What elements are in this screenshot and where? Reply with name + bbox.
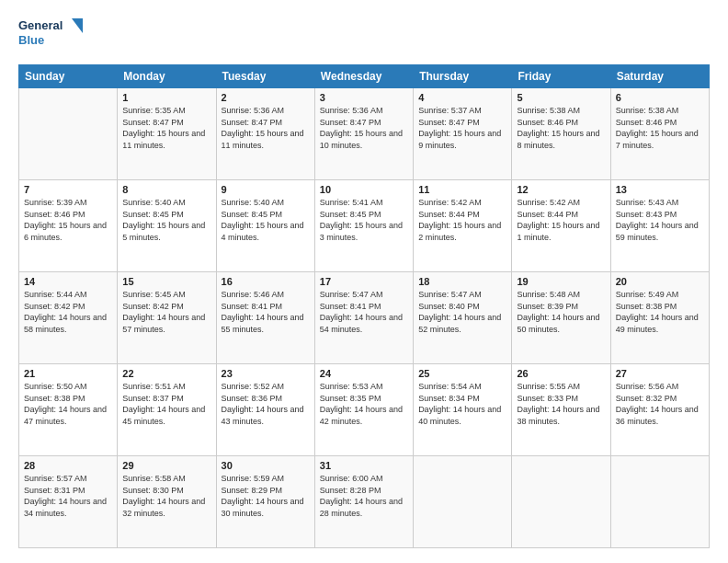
day-info: Sunrise: 5:38 AMSunset: 8:46 PMDaylight:… bbox=[517, 105, 605, 151]
logo: General Blue bbox=[18, 15, 83, 55]
calendar-cell: 22 Sunrise: 5:51 AMSunset: 8:37 PMDaylig… bbox=[118, 364, 216, 456]
calendar-week-3: 14 Sunrise: 5:44 AMSunset: 8:42 PMDaylig… bbox=[19, 272, 710, 364]
day-number: 9 bbox=[222, 184, 310, 195]
day-number: 16 bbox=[222, 276, 310, 287]
calendar-cell: 7 Sunrise: 5:39 AMSunset: 8:46 PMDayligh… bbox=[19, 180, 118, 272]
day-number: 21 bbox=[24, 368, 112, 379]
calendar-cell: 21 Sunrise: 5:50 AMSunset: 8:38 PMDaylig… bbox=[19, 364, 118, 456]
day-info: Sunrise: 5:39 AMSunset: 8:46 PMDaylight:… bbox=[24, 197, 112, 243]
calendar-cell: 25 Sunrise: 5:54 AMSunset: 8:34 PMDaylig… bbox=[414, 364, 512, 456]
days-header-row: SundayMondayTuesdayWednesdayThursdayFrid… bbox=[19, 65, 710, 88]
svg-text:General: General bbox=[18, 18, 63, 32]
day-info: Sunrise: 5:56 AMSunset: 8:32 PMDaylight:… bbox=[616, 381, 704, 427]
day-header-monday: Monday bbox=[118, 65, 216, 88]
day-number: 10 bbox=[320, 184, 408, 195]
day-info: Sunrise: 5:58 AMSunset: 8:30 PMDaylight:… bbox=[122, 473, 210, 519]
day-header-wednesday: Wednesday bbox=[314, 65, 413, 88]
calendar-cell: 3 Sunrise: 5:36 AMSunset: 8:47 PMDayligh… bbox=[314, 88, 413, 180]
header: General Blue bbox=[18, 15, 710, 55]
calendar-cell: 8 Sunrise: 5:40 AMSunset: 8:45 PMDayligh… bbox=[118, 180, 216, 272]
day-number: 24 bbox=[320, 368, 408, 379]
day-info: Sunrise: 5:42 AMSunset: 8:44 PMDaylight:… bbox=[517, 197, 605, 243]
svg-text:Blue: Blue bbox=[18, 33, 44, 47]
day-header-sunday: Sunday bbox=[19, 65, 118, 88]
calendar-week-5: 28 Sunrise: 5:57 AMSunset: 8:31 PMDaylig… bbox=[19, 456, 710, 548]
day-info: Sunrise: 5:57 AMSunset: 8:31 PMDaylight:… bbox=[24, 473, 112, 519]
calendar-page: General Blue SundayMondayTuesdayWednesda… bbox=[0, 0, 728, 563]
day-info: Sunrise: 5:47 AMSunset: 8:40 PMDaylight:… bbox=[418, 289, 506, 335]
day-info: Sunrise: 5:47 AMSunset: 8:41 PMDaylight:… bbox=[320, 289, 408, 335]
calendar-cell: 1 Sunrise: 5:35 AMSunset: 8:47 PMDayligh… bbox=[118, 88, 216, 180]
day-info: Sunrise: 5:54 AMSunset: 8:34 PMDaylight:… bbox=[418, 381, 506, 427]
day-number: 11 bbox=[418, 184, 506, 195]
day-info: Sunrise: 5:42 AMSunset: 8:44 PMDaylight:… bbox=[418, 197, 506, 243]
day-number: 28 bbox=[24, 460, 112, 471]
day-info: Sunrise: 5:50 AMSunset: 8:38 PMDaylight:… bbox=[24, 381, 112, 427]
day-info: Sunrise: 5:49 AMSunset: 8:38 PMDaylight:… bbox=[616, 289, 704, 335]
day-info: Sunrise: 5:37 AMSunset: 8:47 PMDaylight:… bbox=[418, 105, 506, 151]
calendar-cell: 30 Sunrise: 5:59 AMSunset: 8:29 PMDaylig… bbox=[216, 456, 314, 548]
day-number: 13 bbox=[616, 184, 704, 195]
day-number: 25 bbox=[418, 368, 506, 379]
calendar-cell: 15 Sunrise: 5:45 AMSunset: 8:42 PMDaylig… bbox=[118, 272, 216, 364]
calendar-cell: 27 Sunrise: 5:56 AMSunset: 8:32 PMDaylig… bbox=[610, 364, 709, 456]
day-number: 1 bbox=[122, 92, 210, 103]
calendar-cell: 20 Sunrise: 5:49 AMSunset: 8:38 PMDaylig… bbox=[610, 272, 709, 364]
calendar-cell: 29 Sunrise: 5:58 AMSunset: 8:30 PMDaylig… bbox=[118, 456, 216, 548]
day-number: 14 bbox=[24, 276, 112, 287]
day-number: 4 bbox=[418, 92, 506, 103]
day-info: Sunrise: 5:45 AMSunset: 8:42 PMDaylight:… bbox=[122, 289, 210, 335]
day-number: 15 bbox=[122, 276, 210, 287]
day-number: 22 bbox=[122, 368, 210, 379]
day-number: 7 bbox=[24, 184, 112, 195]
day-info: Sunrise: 5:48 AMSunset: 8:39 PMDaylight:… bbox=[517, 289, 605, 335]
calendar-week-2: 7 Sunrise: 5:39 AMSunset: 8:46 PMDayligh… bbox=[19, 180, 710, 272]
day-number: 18 bbox=[418, 276, 506, 287]
day-info: Sunrise: 5:36 AMSunset: 8:47 PMDaylight:… bbox=[222, 105, 310, 151]
calendar-cell: 26 Sunrise: 5:55 AMSunset: 8:33 PMDaylig… bbox=[512, 364, 610, 456]
day-info: Sunrise: 5:53 AMSunset: 8:35 PMDaylight:… bbox=[320, 381, 408, 427]
calendar-cell: 9 Sunrise: 5:40 AMSunset: 8:45 PMDayligh… bbox=[216, 180, 314, 272]
calendar-cell bbox=[610, 456, 709, 548]
calendar-cell bbox=[512, 456, 610, 548]
day-info: Sunrise: 5:40 AMSunset: 8:45 PMDaylight:… bbox=[122, 197, 210, 243]
calendar-cell bbox=[414, 456, 512, 548]
svg-marker-2 bbox=[72, 18, 83, 33]
day-number: 8 bbox=[122, 184, 210, 195]
day-header-thursday: Thursday bbox=[414, 65, 512, 88]
calendar-cell: 10 Sunrise: 5:41 AMSunset: 8:45 PMDaylig… bbox=[314, 180, 413, 272]
calendar-cell: 12 Sunrise: 5:42 AMSunset: 8:44 PMDaylig… bbox=[512, 180, 610, 272]
calendar-cell: 23 Sunrise: 5:52 AMSunset: 8:36 PMDaylig… bbox=[216, 364, 314, 456]
calendar-cell: 19 Sunrise: 5:48 AMSunset: 8:39 PMDaylig… bbox=[512, 272, 610, 364]
day-info: Sunrise: 5:52 AMSunset: 8:36 PMDaylight:… bbox=[222, 381, 310, 427]
day-number: 5 bbox=[517, 92, 605, 103]
day-number: 19 bbox=[517, 276, 605, 287]
day-number: 17 bbox=[320, 276, 408, 287]
day-info: Sunrise: 5:51 AMSunset: 8:37 PMDaylight:… bbox=[122, 381, 210, 427]
day-header-tuesday: Tuesday bbox=[216, 65, 314, 88]
calendar-cell: 24 Sunrise: 5:53 AMSunset: 8:35 PMDaylig… bbox=[314, 364, 413, 456]
day-number: 20 bbox=[616, 276, 704, 287]
calendar-week-1: 1 Sunrise: 5:35 AMSunset: 8:47 PMDayligh… bbox=[19, 88, 710, 180]
day-number: 3 bbox=[320, 92, 408, 103]
calendar-week-4: 21 Sunrise: 5:50 AMSunset: 8:38 PMDaylig… bbox=[19, 364, 710, 456]
day-number: 6 bbox=[616, 92, 704, 103]
calendar-cell: 17 Sunrise: 5:47 AMSunset: 8:41 PMDaylig… bbox=[314, 272, 413, 364]
day-number: 30 bbox=[222, 460, 310, 471]
calendar-cell: 5 Sunrise: 5:38 AMSunset: 8:46 PMDayligh… bbox=[512, 88, 610, 180]
calendar-cell: 11 Sunrise: 5:42 AMSunset: 8:44 PMDaylig… bbox=[414, 180, 512, 272]
day-number: 31 bbox=[320, 460, 408, 471]
calendar-table: SundayMondayTuesdayWednesdayThursdayFrid… bbox=[18, 64, 710, 548]
calendar-cell: 14 Sunrise: 5:44 AMSunset: 8:42 PMDaylig… bbox=[19, 272, 118, 364]
day-number: 29 bbox=[122, 460, 210, 471]
day-info: Sunrise: 6:00 AMSunset: 8:28 PMDaylight:… bbox=[320, 473, 408, 519]
day-info: Sunrise: 5:35 AMSunset: 8:47 PMDaylight:… bbox=[122, 105, 210, 151]
calendar-cell: 31 Sunrise: 6:00 AMSunset: 8:28 PMDaylig… bbox=[314, 456, 413, 548]
day-header-saturday: Saturday bbox=[610, 65, 709, 88]
calendar-cell bbox=[19, 88, 118, 180]
day-header-friday: Friday bbox=[512, 65, 610, 88]
day-info: Sunrise: 5:44 AMSunset: 8:42 PMDaylight:… bbox=[24, 289, 112, 335]
calendar-cell: 6 Sunrise: 5:38 AMSunset: 8:46 PMDayligh… bbox=[610, 88, 709, 180]
day-info: Sunrise: 5:59 AMSunset: 8:29 PMDaylight:… bbox=[222, 473, 310, 519]
calendar-cell: 2 Sunrise: 5:36 AMSunset: 8:47 PMDayligh… bbox=[216, 88, 314, 180]
